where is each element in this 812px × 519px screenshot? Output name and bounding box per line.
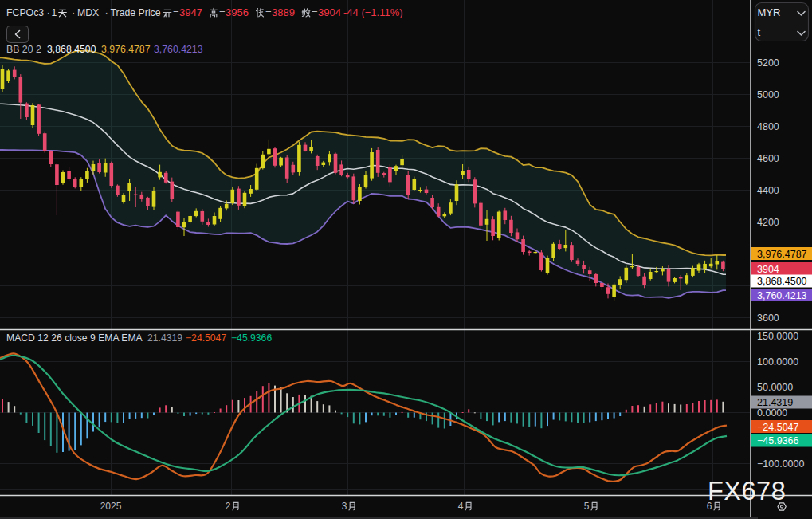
svg-text:·: · — [105, 6, 108, 18]
svg-text:−24.5047: −24.5047 — [757, 422, 799, 433]
svg-text:5: 5 — [584, 501, 590, 512]
svg-text:·: · — [47, 6, 50, 18]
svg-text:3904: 3904 — [318, 6, 341, 18]
svg-text:3947: 3947 — [179, 6, 202, 18]
svg-text:150.0000: 150.0000 — [757, 331, 798, 342]
svg-text:4200: 4200 — [757, 217, 779, 228]
svg-text:3904: 3904 — [757, 264, 779, 275]
svg-text:3,760.4213: 3,760.4213 — [757, 290, 807, 301]
svg-text:3,868.4500: 3,868.4500 — [757, 276, 807, 287]
svg-text:21.4319: 21.4319 — [757, 397, 793, 408]
svg-text:FCPOc3: FCPOc3 — [6, 7, 44, 18]
svg-text:t: t — [758, 26, 761, 38]
svg-text:=: = — [173, 6, 179, 18]
svg-text:-44 (−1.11%): -44 (−1.11%) — [343, 6, 403, 18]
svg-text:·: · — [72, 6, 75, 18]
svg-text:3,976.4787: 3,976.4787 — [757, 249, 807, 260]
svg-text:1: 1 — [52, 7, 57, 18]
svg-text:=: = — [312, 6, 318, 18]
svg-text:21.4319: 21.4319 — [147, 332, 182, 344]
svg-text:3,760.4213: 3,760.4213 — [154, 44, 203, 55]
svg-text:3,976.4787: 3,976.4787 — [101, 44, 151, 55]
svg-text:5200: 5200 — [757, 57, 779, 69]
svg-text:3: 3 — [342, 501, 347, 512]
svg-text:−100.0000: −100.0000 — [757, 458, 804, 470]
svg-text:50.0000: 50.0000 — [757, 382, 793, 393]
svg-text:FX678: FX678 — [708, 477, 786, 505]
svg-text:3956: 3956 — [226, 6, 249, 18]
svg-text:3600: 3600 — [757, 313, 779, 324]
svg-text:=: = — [219, 6, 226, 18]
svg-text:−45.9366: −45.9366 — [231, 332, 272, 344]
svg-text:3,868.4500: 3,868.4500 — [47, 44, 96, 55]
svg-text:2: 2 — [226, 501, 231, 512]
svg-text:4600: 4600 — [757, 153, 779, 164]
svg-text:=: = — [265, 6, 272, 18]
svg-text:−24.5047: −24.5047 — [186, 332, 226, 344]
svg-text:Trade Price: Trade Price — [111, 7, 161, 18]
svg-text:MYR: MYR — [758, 6, 781, 18]
svg-text:−45.9366: −45.9366 — [757, 435, 799, 446]
svg-text:0.0000: 0.0000 — [757, 407, 787, 419]
svg-text:4: 4 — [458, 501, 464, 512]
svg-text:MDX: MDX — [77, 7, 99, 18]
svg-text:4800: 4800 — [757, 121, 779, 132]
svg-text:100.0000: 100.0000 — [757, 356, 798, 368]
svg-text:4400: 4400 — [757, 185, 779, 196]
svg-text:3889: 3889 — [272, 6, 295, 18]
svg-text:2025: 2025 — [100, 501, 122, 512]
svg-text:BB 20 2: BB 20 2 — [6, 44, 41, 55]
svg-text:MACD 12 26 close 9 EMA EMA: MACD 12 26 close 9 EMA EMA — [6, 332, 143, 344]
svg-text:5000: 5000 — [757, 89, 779, 100]
